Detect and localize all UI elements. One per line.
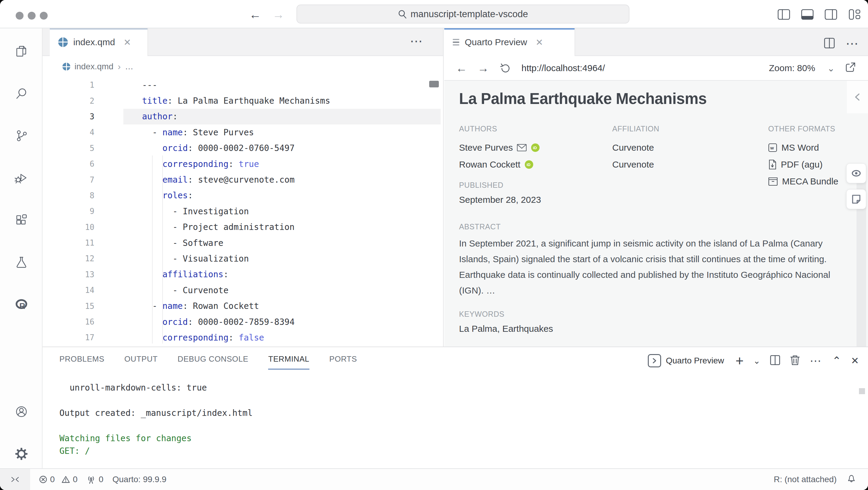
terminal-dropdown-icon[interactable]: ⌄ (753, 356, 760, 366)
maximize-panel-icon[interactable]: ⌃ (832, 354, 841, 367)
orcid-icon[interactable]: iD (531, 143, 540, 152)
panel-tab-terminal[interactable]: TERMINAL (268, 354, 309, 370)
line-number: 12 (42, 254, 119, 263)
code-editor[interactable]: 1---2title: La Palma Earthquake Mechanis… (42, 77, 443, 347)
more-actions-icon[interactable]: ⋯ (810, 354, 823, 367)
svg-text:iD: iD (533, 145, 537, 150)
code-line[interactable]: 5 orcid: 0000-0002-0760-5497 (42, 140, 443, 156)
forwarded-ports-status[interactable]: 0 (87, 475, 103, 484)
chevron-down-icon[interactable]: ⌄ (827, 63, 835, 73)
window-controls[interactable] (16, 12, 48, 20)
status-bar: 0 0 0 Quarto: 99.9.9 R: (not attached) (0, 468, 868, 490)
testing-icon[interactable] (14, 255, 29, 269)
code-line[interactable]: 7 email: steve@curvenote.com (42, 172, 443, 188)
toggle-secondary-sidebar-icon[interactable] (825, 9, 837, 20)
kill-terminal-icon[interactable] (790, 355, 800, 367)
editor-scrollbar-thumb[interactable] (429, 81, 439, 88)
line-number: 11 (42, 238, 119, 248)
toc-collapse-button[interactable] (847, 81, 868, 113)
close-window-icon[interactable] (16, 12, 24, 20)
minimize-window-icon[interactable] (28, 12, 36, 20)
notifications-bell-icon[interactable] (847, 474, 856, 485)
toggle-panel-icon[interactable] (801, 9, 814, 20)
code-line[interactable]: 2title: La Palma Earthquake Mechanisms (42, 93, 443, 108)
radio-tower-icon (87, 475, 96, 484)
split-terminal-icon[interactable] (770, 355, 780, 366)
problems-status[interactable]: 0 0 (39, 475, 78, 484)
code-line[interactable]: 9 - Investigation (42, 203, 443, 219)
settings-gear-icon[interactable] (14, 447, 29, 461)
split-editor-icon[interactable] (824, 38, 835, 50)
terminal-scrollbar-thumb[interactable] (859, 388, 865, 394)
panel-tab-problems[interactable]: PROBLEMS (59, 354, 104, 370)
close-panel-icon[interactable]: ✕ (851, 355, 859, 366)
preview-back-icon[interactable]: ← (456, 62, 467, 75)
code-line[interactable]: 14 - Curvenote (42, 282, 443, 298)
code-line[interactable]: 10 - Project administration (42, 219, 443, 235)
quarto-version-status[interactable]: Quarto: 99.9.9 (113, 475, 166, 484)
more-actions-icon[interactable]: ⋯ (410, 34, 424, 48)
email-icon[interactable] (517, 144, 527, 151)
terminal-instance[interactable]: Quarto Preview (648, 354, 724, 367)
panel-tab-ports[interactable]: PORTS (329, 354, 357, 370)
search-icon[interactable] (14, 86, 29, 101)
code-line[interactable]: 3author: (42, 109, 443, 125)
code-line[interactable]: 1--- (42, 77, 443, 93)
remote-indicator[interactable] (0, 469, 30, 490)
format-link[interactable]: PDF (agu) (768, 156, 838, 173)
history-back-button[interactable]: ← (249, 8, 261, 22)
breadcrumb[interactable]: index.qmd › … (42, 56, 443, 77)
code-line[interactable]: 17 corresponding: false (42, 330, 443, 345)
reader-view-button[interactable] (846, 163, 866, 183)
source-control-icon[interactable] (14, 128, 29, 143)
new-terminal-icon[interactable]: + (736, 353, 744, 369)
r-status[interactable]: R: (not attached) (774, 475, 837, 484)
line-number: 6 (42, 159, 119, 168)
explorer-icon[interactable] (14, 44, 29, 59)
code-line[interactable]: 6 corresponding: true (42, 156, 443, 172)
terminal-instance-label: Quarto Preview (666, 356, 724, 365)
annotation-button[interactable] (846, 189, 866, 209)
titlebar: ← → manuscript-template-vscode (0, 0, 868, 28)
orcid-icon[interactable]: iD (525, 160, 533, 169)
code-line[interactable]: 8 roles: (42, 188, 443, 203)
preview-url[interactable]: http://localhost:4964/ (522, 63, 605, 73)
more-actions-icon[interactable]: ⋯ (846, 36, 860, 51)
format-label: MS Word (781, 142, 819, 153)
format-link[interactable]: wMS Word (768, 139, 838, 156)
terminal-output[interactable]: unroll-markdown-cells: true Output creat… (59, 383, 850, 459)
refresh-icon[interactable] (499, 62, 510, 74)
breadcrumb-separator: › (118, 62, 121, 72)
zoom-window-icon[interactable] (40, 12, 48, 20)
r-language-icon[interactable]: R (14, 297, 29, 312)
tab-index-qmd[interactable]: index.qmd ✕ (50, 28, 148, 56)
panel-tab-output[interactable]: OUTPUT (124, 354, 157, 370)
format-link[interactable]: MECA Bundle (768, 173, 838, 190)
tab-label: Quarto Preview (465, 37, 527, 47)
preview-forward-icon[interactable]: → (477, 62, 489, 75)
affiliation-row: Curvenote (612, 139, 659, 156)
run-debug-icon[interactable] (14, 170, 29, 185)
code-line[interactable]: 12 - Visualization (42, 251, 443, 266)
code-line[interactable]: 16 orcid: 0000-0002-7859-8394 (42, 314, 443, 330)
format-label: MECA Bundle (782, 176, 838, 187)
zoom-level[interactable]: Zoom: 80% (769, 63, 815, 73)
toggle-primary-sidebar-icon[interactable] (777, 9, 790, 20)
panel-tab-debug-console[interactable]: DEBUG CONSOLE (178, 354, 249, 370)
breadcrumb-more[interactable]: … (125, 62, 133, 71)
open-external-icon[interactable] (845, 62, 856, 75)
breadcrumb-file[interactable]: index.qmd (74, 62, 114, 71)
close-tab-icon[interactable]: ✕ (123, 37, 131, 47)
code-line[interactable]: 13 affiliations: (42, 267, 443, 282)
account-icon[interactable] (14, 404, 29, 419)
code-line[interactable]: 15 - name: Rowan Cockett (42, 298, 443, 314)
tab-quarto-preview[interactable]: Quarto Preview ✕ (444, 28, 575, 56)
editor-group: index.qmd ✕ ⋯ index.qmd › … 1---2title: … (42, 28, 444, 347)
customize-layout-icon[interactable] (848, 9, 861, 20)
extensions-icon[interactable] (14, 213, 29, 227)
command-center-search[interactable]: manuscript-template-vscode (297, 4, 629, 24)
code-line[interactable]: 11 - Software (42, 235, 443, 251)
history-forward-button[interactable]: → (272, 8, 284, 22)
close-tab-icon[interactable]: ✕ (536, 37, 543, 47)
code-line[interactable]: 4 - name: Steve Purves (42, 125, 443, 140)
